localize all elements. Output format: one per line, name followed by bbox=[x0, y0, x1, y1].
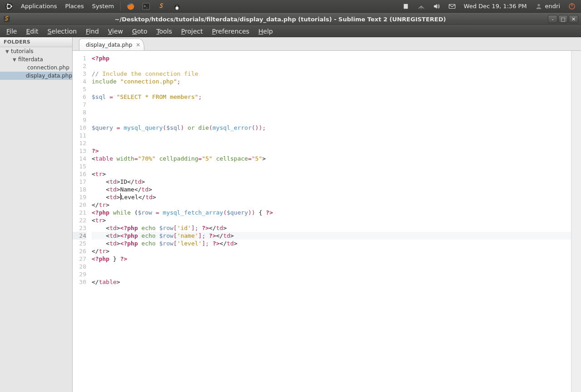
menu-find[interactable]: Find bbox=[81, 26, 103, 36]
menu-file[interactable]: File bbox=[2, 26, 21, 36]
tree-item-label: tutorials bbox=[11, 48, 34, 54]
menu-view[interactable]: View bbox=[103, 26, 128, 36]
tree-item-tutorials[interactable]: ▼tutorials bbox=[0, 47, 72, 55]
terminal-icon[interactable]: >_ bbox=[141, 1, 152, 12]
tab-bar: display_data.php ✕ bbox=[73, 37, 581, 51]
mail-icon[interactable] bbox=[447, 1, 458, 12]
tree-item-label: display_data.php bbox=[26, 73, 72, 79]
volume-icon[interactable] bbox=[431, 1, 442, 12]
network-icon[interactable] bbox=[416, 1, 427, 12]
svg-point-11 bbox=[176, 5, 177, 6]
panel-user[interactable]: endri bbox=[532, 0, 564, 13]
user-icon bbox=[535, 3, 542, 10]
sublime-launcher-icon[interactable] bbox=[156, 1, 167, 12]
panel-applications[interactable]: Applications bbox=[17, 0, 60, 13]
window-app-icon bbox=[3, 15, 11, 23]
sidebar-header: FOLDERS bbox=[0, 37, 72, 47]
indicator-app-icon[interactable] bbox=[400, 1, 411, 12]
window-minimize-button[interactable]: ‐ bbox=[548, 15, 557, 23]
svg-point-14 bbox=[421, 8, 422, 9]
sidebar-tree: ▼tutorials▼filterdataconnection.phpdispl… bbox=[0, 47, 72, 80]
app-menubar: FileEditSelectionFindViewGotoToolsProjec… bbox=[0, 25, 581, 37]
sublime-window: ~/Desktop/htdocs/tutorials/filterdata/di… bbox=[0, 13, 581, 392]
menu-help[interactable]: Help bbox=[254, 26, 277, 36]
tree-item-label: filterdata bbox=[18, 56, 43, 63]
svg-rect-19 bbox=[4, 16, 10, 22]
window-maximize-button[interactable]: □ bbox=[558, 15, 568, 23]
svg-rect-18 bbox=[571, 3, 572, 6]
tree-item-display_data-php[interactable]: display_data.php bbox=[0, 72, 72, 80]
tux-icon[interactable] bbox=[172, 1, 182, 12]
tree-item-label: connection.php bbox=[27, 64, 69, 71]
panel-places[interactable]: Places bbox=[61, 0, 87, 13]
svg-point-2 bbox=[11, 5, 12, 7]
svg-rect-8 bbox=[159, 3, 165, 10]
tree-item-connection-php[interactable]: connection.php bbox=[0, 64, 72, 72]
panel-separator bbox=[120, 2, 121, 10]
firefox-icon[interactable] bbox=[125, 1, 136, 12]
svg-point-4 bbox=[7, 8, 9, 9]
svg-point-12 bbox=[177, 5, 178, 6]
svg-rect-15 bbox=[449, 4, 455, 8]
power-icon[interactable] bbox=[566, 1, 577, 12]
menu-tools[interactable]: Tools bbox=[152, 26, 177, 36]
tree-item-filterdata[interactable]: ▼filterdata bbox=[0, 55, 72, 64]
window-close-button[interactable]: ✕ bbox=[569, 15, 578, 23]
tab-close-icon[interactable]: ✕ bbox=[136, 42, 140, 48]
panel-system[interactable]: System bbox=[89, 0, 118, 13]
panel-username: endri bbox=[545, 3, 560, 10]
tree-arrow-icon: ▼ bbox=[13, 57, 17, 62]
sidebar: FOLDERS ▼tutorials▼filterdataconnection.… bbox=[0, 37, 73, 392]
window-title: ~/Desktop/htdocs/tutorials/filterdata/di… bbox=[13, 16, 548, 23]
menu-selection[interactable]: Selection bbox=[43, 26, 82, 36]
code-editor[interactable]: 1234567891011121314151617181920212223242… bbox=[73, 51, 581, 392]
minimap[interactable] bbox=[571, 51, 581, 392]
editor-area: display_data.php ✕ 123456789101112131415… bbox=[73, 37, 581, 392]
panel-clock[interactable]: Wed Dec 19, 1:36 PM bbox=[460, 0, 531, 13]
tab-display-data[interactable]: display_data.php ✕ bbox=[79, 39, 144, 50]
system-panel: Applications Places System >_ Wed Dec 19… bbox=[0, 0, 581, 13]
ubuntu-logo-icon[interactable] bbox=[4, 1, 15, 12]
menu-goto[interactable]: Goto bbox=[128, 26, 152, 36]
tree-arrow-icon: ▼ bbox=[5, 49, 10, 54]
svg-rect-13 bbox=[404, 4, 408, 9]
tab-label: display_data.php bbox=[86, 42, 132, 48]
menu-project[interactable]: Project bbox=[177, 26, 207, 36]
code-content[interactable]: <?php// Include the connection fileinclu… bbox=[90, 51, 571, 392]
window-titlebar[interactable]: ~/Desktop/htdocs/tutorials/filterdata/di… bbox=[0, 13, 581, 25]
line-number-gutter: 1234567891011121314151617181920212223242… bbox=[73, 51, 90, 392]
svg-text:>_: >_ bbox=[144, 4, 148, 8]
menu-preferences[interactable]: Preferences bbox=[207, 26, 254, 36]
svg-point-3 bbox=[7, 3, 9, 5]
menu-edit[interactable]: Edit bbox=[21, 26, 43, 36]
svg-point-16 bbox=[537, 4, 540, 6]
